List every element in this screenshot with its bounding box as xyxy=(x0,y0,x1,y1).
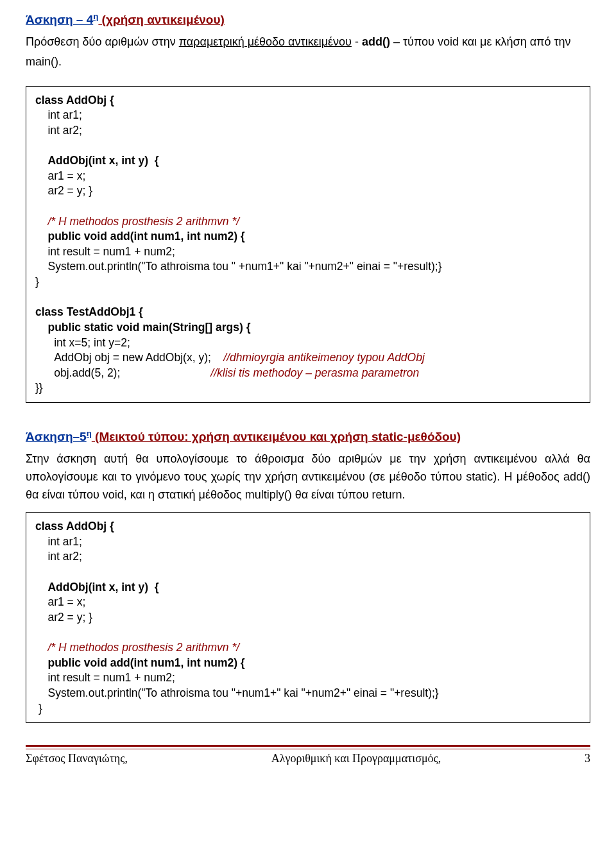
ex5-sup: η xyxy=(87,429,92,438)
exercise-4-title: Άσκηση – 4η (χρήση αντικειμένου) xyxy=(26,12,590,27)
c1-l1: class AddObj { xyxy=(35,94,114,106)
c1-l11: int result = num1 + num2; xyxy=(35,245,175,258)
c1-l7: ar2 = y; } xyxy=(35,184,92,197)
ex4-lead: Άσκηση – 4 xyxy=(26,13,93,26)
exercise-5-title: Άσκηση–5η (Μεικτού τύπου: χρήση αντικειμ… xyxy=(26,429,590,444)
c1-l10: public void add(int num1, int num2) { xyxy=(35,230,245,243)
c2-l13: } xyxy=(35,702,42,715)
c2-l3: int ar2; xyxy=(35,550,82,563)
c1-l13: } xyxy=(35,275,39,288)
c1-l6: ar1 = x; xyxy=(35,169,85,182)
c2-l7: ar2 = y; } xyxy=(35,611,92,624)
c1-l2: int ar1; xyxy=(35,108,82,121)
c1-l19b: //klisi tis methodoy – perasma parametro… xyxy=(210,366,419,379)
intro-p1: Πρόσθεση δύο αριθμών στην xyxy=(26,35,179,48)
exercise-5-body: Στην άσκηση αυτή θα υπολογίσουμε το άθρο… xyxy=(26,450,590,504)
ex5-mid: (Μεικτού τύπου: χρήση αντικειμένου και χ… xyxy=(92,430,461,443)
c1-l12: System.out.println("To athroisma tou " +… xyxy=(35,260,442,273)
ex4-paren: (χρήση αντικειμένου) xyxy=(98,13,224,26)
footer-rule xyxy=(26,745,590,749)
footer-left: Σφέτσος Παναγιώτης, xyxy=(26,752,128,765)
code-block-1: class AddObj { int ar1; int ar2; AddObj(… xyxy=(26,86,590,404)
c2-l5: AddObj(int x, int y) { xyxy=(35,581,159,593)
c2-l12: System.out.println("To athroisma tou "+n… xyxy=(35,686,439,699)
c1-l5: AddObj(int x, int y) { xyxy=(35,154,159,167)
c1-l9: /* H methodos prosthesis 2 arithmvn */ xyxy=(35,215,239,228)
exercise-4-intro: Πρόσθεση δύο αριθμών στην παραμετρική μέ… xyxy=(26,32,590,71)
c2-l10: public void add(int num1, int num2) { xyxy=(35,656,245,669)
page-footer: Σφέτσος Παναγιώτης, Αλγοριθμική και Προγ… xyxy=(26,752,590,772)
c2-l2: int ar1; xyxy=(35,535,82,548)
footer-center: Αλγοριθμική και Προγραμματισμός, xyxy=(271,752,441,765)
c1-l19a: obj.add(5, 2); xyxy=(35,366,210,379)
intro-u: παραμετρική μέθοδο αντικειμένου xyxy=(179,35,352,48)
c2-l6: ar1 = x; xyxy=(35,595,85,608)
c2-l9: /* H methodos prosthesis 2 arithmvn */ xyxy=(35,641,239,654)
ex5-lead: Άσκηση–5 xyxy=(26,430,87,443)
footer-right: 3 xyxy=(585,752,590,765)
intro-b1: add() xyxy=(362,35,390,48)
c1-l20: }} xyxy=(35,381,43,394)
c1-l17: int x=5; int y=2; xyxy=(35,336,130,349)
c1-l3: int ar2; xyxy=(35,124,82,137)
c2-l11: int result = num1 + num2; xyxy=(35,671,175,684)
c1-l16: public static void main(String[] args) { xyxy=(35,321,250,334)
c2-l1: class AddObj { xyxy=(35,520,114,532)
c1-l18b: //dhmioyrgia antikeimenoy typou AddObj xyxy=(223,351,425,364)
c1-l15: class TestAddObj1 { xyxy=(35,305,143,318)
intro-p2: - xyxy=(352,35,362,48)
c1-l18a: AddObj obj = new AddObj(x, y); xyxy=(35,351,223,364)
code-block-2: class AddObj { int ar1; int ar2; AddObj(… xyxy=(26,512,590,723)
